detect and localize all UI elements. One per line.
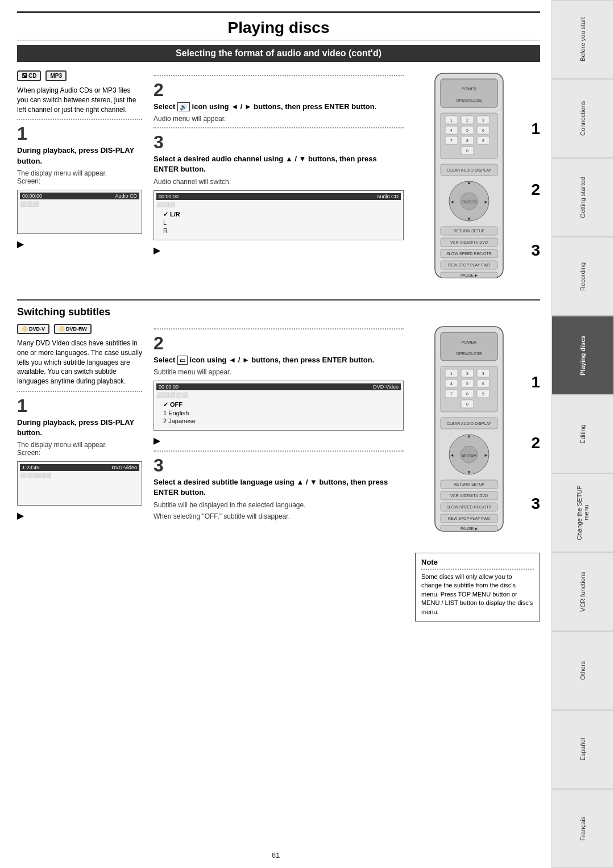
subtitle-right-col: POWER OPEN/CLOSE 1 2 3 4 5 (415, 324, 540, 621)
cd-icon-symbol: 🖫 (22, 73, 27, 79)
disc-icons: 🖫 CD MP3 (17, 70, 142, 81)
sidebar-tab-others[interactable]: Others (551, 631, 614, 710)
page-number: 61 (272, 851, 280, 859)
screen1-titlebar: 00:00:00 Audio CD (20, 193, 139, 199)
sidebar-tab-vcr-functions[interactable]: VCR functions (551, 552, 614, 631)
audio-step3: 3 Select a desired audio channel using ▲… (154, 133, 404, 255)
screen3-titlebar: 00:00:00 Audio CD (156, 193, 401, 200)
sub-screen2-arrow: ▶ (154, 435, 404, 446)
subtitle-step1: 1 During playback, press DIS-PLAY button… (17, 397, 142, 521)
svg-text:7: 7 (450, 392, 453, 396)
audio-left-col: 🖫 CD MP3 When playing Audio CDs or MP3 f… (17, 70, 142, 288)
remote-svg-bottom: POWER OPEN/CLOSE 1 2 3 4 5 (415, 324, 523, 540)
sidebar-tab-francais[interactable]: Français (551, 789, 614, 868)
svg-text:▲: ▲ (467, 180, 471, 185)
sub-step3-instruction: Select a desired subtitle language using… (154, 477, 404, 498)
right-sidebar: Before you start Connections Getting sta… (551, 0, 614, 868)
sub-dotted-sep-2 (154, 328, 404, 329)
sidebar-tab-before-you-start[interactable]: Before you start (551, 0, 614, 79)
sub-screen1-time: 1:23:45 (22, 465, 39, 470)
svg-text:4: 4 (450, 128, 453, 132)
step2-number: 2 (154, 81, 404, 99)
subtitle-intro-text: Many DVD Video discs have subtitles in o… (17, 339, 142, 386)
sub-dotted-sep-1 (17, 391, 142, 392)
sub-screen1-titlebar: 1:23:45 DVD-Video (20, 464, 139, 471)
note-dotted-sep (421, 569, 534, 570)
channel-l: L (161, 219, 396, 227)
svg-text:3: 3 (482, 372, 484, 375)
num-3-top: 3 (531, 241, 540, 260)
dotted-sep-3 (154, 127, 404, 128)
svg-text:▼: ▼ (467, 216, 471, 222)
audio-icon: 🔊 (177, 102, 190, 111)
svg-text:9: 9 (482, 139, 484, 143)
sidebar-tab-recording[interactable]: Recording (551, 237, 614, 316)
subtitle-icon: ▭ (177, 356, 188, 365)
sub-screen1-body (20, 480, 139, 503)
num-2-top: 2 (531, 181, 540, 199)
svg-rect-45 (441, 332, 497, 361)
svg-text:3: 3 (482, 118, 484, 122)
sub-step2-note: Subtitle menu will appear. (154, 368, 404, 376)
svg-text:2: 2 (466, 118, 468, 122)
audio-intro-text: When playing Audio CDs or MP3 files you … (17, 86, 142, 114)
svg-rect-1 (441, 79, 497, 107)
num-1-top: 1 (531, 120, 540, 138)
screen3-arrow: ▶ (154, 245, 404, 256)
audio-section: 🖫 CD MP3 When playing Audio CDs or MP3 f… (17, 70, 540, 288)
svg-text:6: 6 (482, 382, 484, 386)
svg-text:POWER: POWER (462, 87, 476, 91)
step2-instruction: Select 🔊 icon using ◄ / ► buttons, then … (154, 102, 404, 112)
svg-text:ENTER: ENTER (461, 199, 476, 205)
sub-step1-screen-label: Screen: (17, 449, 142, 457)
note-bullet-1: Some discs will only allow you to change… (421, 573, 534, 616)
sidebar-tab-playing-discs[interactable]: Playing discs (551, 316, 614, 395)
step2-note: Audio menu will appear. (154, 115, 404, 123)
svg-text:RETURN SETUP: RETURN SETUP (454, 482, 485, 486)
step1-screen-label: Screen: (17, 177, 142, 185)
audio-right-col: POWER OPEN/CLOSE 1 2 3 4 5 6 (415, 70, 540, 288)
step3-note: Audio channel will switch. (154, 178, 404, 186)
audio-mid-col: 2 Select 🔊 icon using ◄ / ► buttons, the… (154, 70, 404, 288)
sidebar-tab-connections[interactable]: Connections (551, 79, 614, 158)
svg-text:0: 0 (466, 402, 468, 406)
audio-step2: 2 Select 🔊 icon using ◄ / ► buttons, the… (154, 81, 404, 123)
subtitle-left-col: 📀 DVD-V 📀 DVD-RW Many DVD Video discs ha… (17, 324, 142, 621)
sidebar-tab-espanol[interactable]: Español (551, 710, 614, 789)
svg-text:8: 8 (466, 392, 468, 396)
dvd-disc-icons: 📀 DVD-V 📀 DVD-RW (17, 324, 142, 334)
svg-text:►: ► (484, 453, 488, 458)
sub-screen2-time: 00:00:00 (159, 384, 179, 390)
sub-step3-number: 3 (154, 456, 404, 474)
dvdrw-label: 📀 (59, 326, 65, 332)
svg-text:PAUSE ▶: PAUSE ▶ (460, 527, 478, 531)
subtitle-off: ✓ OFF (161, 400, 396, 409)
svg-text:1: 1 (450, 372, 453, 375)
subtitle-step3: 3 Select a desired subtitle language usi… (154, 456, 404, 520)
sub-screen2-icons: ⬜⬜⬜⬜⬜ (156, 392, 401, 398)
dvdrw-icon: 📀 DVD-RW (54, 324, 92, 334)
screen1-time: 00:00:00 (22, 193, 42, 199)
sidebar-tab-getting-started[interactable]: Getting started (551, 158, 614, 237)
dotted-sep-2 (154, 75, 404, 76)
svg-text:►: ► (484, 199, 488, 205)
dvdrw-text: DVD-RW (66, 326, 87, 332)
remote-svg-top: POWER OPEN/CLOSE 1 2 3 4 5 6 (415, 70, 523, 286)
main-content: Playing discs Selecting the format of au… (0, 0, 551, 868)
audio-step1: 1 During playback, press DIS-PLAY button… (17, 124, 142, 249)
num-3-bottom: 3 (531, 495, 540, 513)
svg-text:▼: ▼ (467, 470, 471, 475)
sidebar-tab-setup-menu[interactable]: Change the SETUP menu (551, 473, 614, 552)
channel-lr: ✓ L/R (161, 210, 396, 219)
cd-label: CD (28, 73, 36, 79)
mp3-icon: MP3 (45, 70, 67, 81)
svg-text:CLEAR AUDIO DISPLAY: CLEAR AUDIO DISPLAY (447, 422, 491, 425)
svg-text:OPEN/CLOSE: OPEN/CLOSE (456, 352, 482, 356)
svg-text:5: 5 (466, 128, 468, 132)
sidebar-tab-editing[interactable]: Editing (551, 395, 614, 474)
sub-step1-bold: During playback, press DIS-PLAY button. (17, 418, 134, 437)
sub-screen1-icons: ⬜⬜⬜⬜⬜ (20, 473, 139, 478)
step1-note: The display menu will appear. (17, 169, 142, 177)
svg-text:VCR VIDEO/TV DVD: VCR VIDEO/TV DVD (450, 494, 488, 498)
sub-screen1-arrow: ▶ (17, 510, 142, 521)
